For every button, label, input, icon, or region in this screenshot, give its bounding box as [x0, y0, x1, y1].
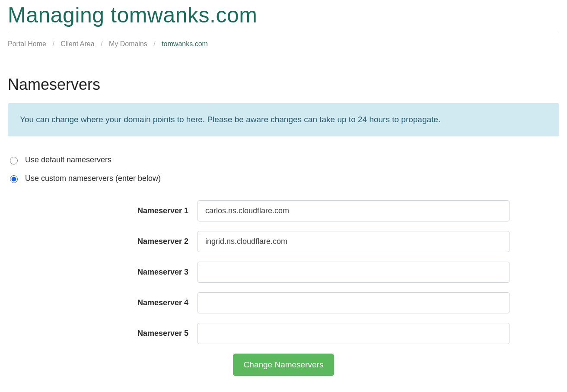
nameserver-3-input[interactable] [197, 262, 510, 283]
breadcrumb: Portal Home / Client Area / My Domains /… [8, 33, 559, 48]
nameserver-2-label: Nameserver 2 [8, 237, 197, 246]
breadcrumb-separator: / [96, 40, 107, 48]
nameserver-1-input[interactable] [197, 200, 510, 221]
nameserver-4-input[interactable] [197, 292, 510, 313]
form-row: Nameserver 5 [8, 323, 559, 344]
nameserver-5-label: Nameserver 5 [8, 329, 197, 338]
form-row: Nameserver 1 [8, 200, 559, 221]
radio-default-label[interactable]: Use default nameservers [25, 155, 111, 164]
breadcrumb-link-portal-home[interactable]: Portal Home [8, 40, 46, 47]
nameserver-2-input[interactable] [197, 231, 510, 252]
radio-default-nameservers[interactable] [10, 157, 18, 164]
change-nameservers-button[interactable]: Change Nameservers [233, 354, 334, 376]
form-row: Nameserver 2 [8, 231, 559, 252]
nameserver-4-label: Nameserver 4 [8, 298, 197, 307]
form-row: Nameserver 4 [8, 292, 559, 313]
breadcrumb-separator: / [149, 40, 159, 48]
section-title: Nameservers [8, 76, 559, 94]
breadcrumb-link-my-domains[interactable]: My Domains [109, 40, 147, 47]
page-title: Managing tomwanks.com [8, 0, 559, 33]
nameservers-form: Nameserver 1 Nameserver 2 Nameserver 3 N… [8, 200, 559, 376]
info-alert: You can change where your domain points … [8, 103, 559, 136]
breadcrumb-current: tomwanks.com [162, 40, 208, 47]
breadcrumb-separator: / [48, 40, 58, 48]
form-row: Nameserver 3 [8, 262, 559, 283]
nameserver-5-input[interactable] [197, 323, 510, 344]
breadcrumb-link-client-area[interactable]: Client Area [61, 40, 94, 47]
radio-custom-label[interactable]: Use custom nameservers (enter below) [25, 174, 161, 183]
nameserver-1-label: Nameserver 1 [8, 206, 197, 215]
nameserver-3-label: Nameserver 3 [8, 268, 197, 277]
radio-custom-nameservers[interactable] [10, 175, 18, 183]
